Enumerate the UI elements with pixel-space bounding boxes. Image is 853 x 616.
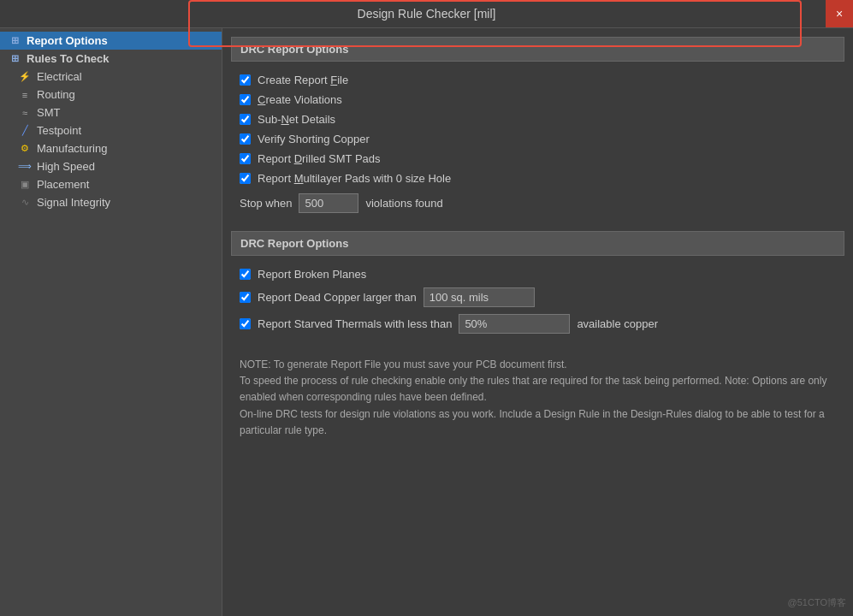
sidebar-item-routing[interactable]: ≡Routing [0,86,222,104]
watermark: @51CTO博客 [788,596,846,609]
checkbox-create-violations[interactable] [240,94,251,105]
main-panel: DRC Report Options Create Report File Cr… [222,28,853,616]
available-copper-label: available copper [577,317,658,330]
checkbox-dead-copper[interactable] [240,292,251,303]
sidebar-item-smt[interactable]: ≈SMT [0,104,222,121]
smt-icon: ≈ [17,107,33,119]
title-bar: Design Rule Checker [mil] × [0,0,853,28]
checkbox-verify-shorting[interactable] [240,133,251,145]
note-3: On-line DRC tests for design rule violat… [240,406,836,439]
stop-when-row: Stop when violations found [231,188,844,218]
option-broken-planes: Report Broken Planes [231,264,844,284]
section1-header: DRC Report Options [231,37,844,62]
label-report-multilayer[interactable]: Report Multilayer Pads with 0 size Hole [258,172,451,185]
dead-copper-input[interactable] [424,287,535,307]
stop-when-label: Stop when [240,197,292,210]
sidebar-label-routing: Routing [37,88,75,101]
sidebar-label-rules-to-check: Rules To Check [27,52,110,65]
label-broken-planes[interactable]: Report Broken Planes [258,268,366,281]
sidebar-item-manufacturing[interactable]: ⚙Manufacturing [0,139,222,157]
label-sub-net-details[interactable]: Sub-Net Details [258,113,335,126]
option-report-multilayer: Report Multilayer Pads with 0 size Hole [231,169,844,188]
notes-section: NOTE: To generate Report File you must s… [231,350,844,446]
option-sub-net-details: Sub-Net Details [231,110,844,129]
sidebar-label-signal-integrity: Signal Integrity [37,196,110,209]
rules-to-check-icon: ⊞ [7,53,22,65]
dialog-title: Design Rule Checker [mil] [358,7,496,21]
sidebar-item-electrical[interactable]: ⚡Electrical [0,68,222,86]
section2: DRC Report Options Report Broken Planes … [231,231,844,337]
checkbox-report-drilled[interactable] [240,153,251,164]
label-create-violations[interactable]: Create Violations [258,93,342,106]
sidebar-label-report-options: Report Options [27,34,108,47]
note-1: NOTE: To generate Report File you must s… [240,357,836,373]
sidebar-item-placement[interactable]: ▣Placement [0,175,222,193]
checkbox-sub-net-details[interactable] [240,114,251,125]
routing-icon: ≡ [17,89,33,101]
option-starved-thermals: Report Starved Thermals with less than a… [231,311,844,337]
checkbox-report-multilayer[interactable] [240,173,251,184]
electrical-icon: ⚡ [17,71,33,83]
option-report-drilled: Report Drilled SMT Pads [231,149,844,169]
sidebar-label-high-speed: High Speed [37,160,95,173]
label-create-report-file[interactable]: Create Report File [258,74,348,86]
checkbox-broken-planes[interactable] [240,269,251,280]
sidebar-label-manufacturing: Manufacturing [37,142,107,155]
manufacturing-icon: ⚙ [17,143,33,155]
sidebar-item-report-options[interactable]: ⊞Report Options [0,32,222,50]
high-speed-icon: ⟹ [17,161,33,173]
sidebar-label-testpoint: Testpoint [37,124,81,137]
option-verify-shorting: Verify Shorting Copper [231,129,844,149]
note-2: To speed the process of rule checking en… [240,373,836,406]
dialog: Design Rule Checker [mil] × ⊞Report Opti… [0,0,853,616]
violations-found-label: violations found [365,197,442,210]
sidebar-label-smt: SMT [37,106,60,119]
label-verify-shorting[interactable]: Verify Shorting Copper [258,133,370,145]
label-report-drilled[interactable]: Report Drilled SMT Pads [258,152,381,165]
checkbox-starved-thermals[interactable] [240,318,251,329]
label-dead-copper[interactable]: Report Dead Copper larger than [258,291,417,304]
close-button[interactable]: × [826,0,853,27]
placement-icon: ▣ [17,179,33,191]
signal-integrity-icon: ∿ [17,197,33,209]
sidebar-item-signal-integrity[interactable]: ∿Signal Integrity [0,193,222,211]
sidebar-item-testpoint[interactable]: ╱Testpoint [0,121,222,139]
sidebar-label-electrical: Electrical [37,70,82,83]
sidebar-label-placement: Placement [37,178,89,191]
sidebar-item-high-speed[interactable]: ⟹High Speed [0,157,222,175]
section2-header: DRC Report Options [231,231,844,256]
option-create-violations: Create Violations [231,90,844,110]
label-starved-thermals[interactable]: Report Starved Thermals with less than [258,317,452,330]
content: ⊞Report Options⊞Rules To Check⚡Electrica… [0,28,853,616]
sidebar-item-rules-to-check[interactable]: ⊞Rules To Check [0,50,222,68]
checkbox-create-report-file[interactable] [240,74,251,86]
starved-thermals-input[interactable] [459,314,570,334]
testpoint-icon: ╱ [17,125,33,137]
stop-when-input[interactable] [299,193,358,213]
sidebar: ⊞Report Options⊞Rules To Check⚡Electrica… [0,28,222,616]
report-options-icon: ⊞ [7,35,22,47]
option-dead-copper: Report Dead Copper larger than [231,284,844,311]
option-create-report-file: Create Report File [231,70,844,90]
